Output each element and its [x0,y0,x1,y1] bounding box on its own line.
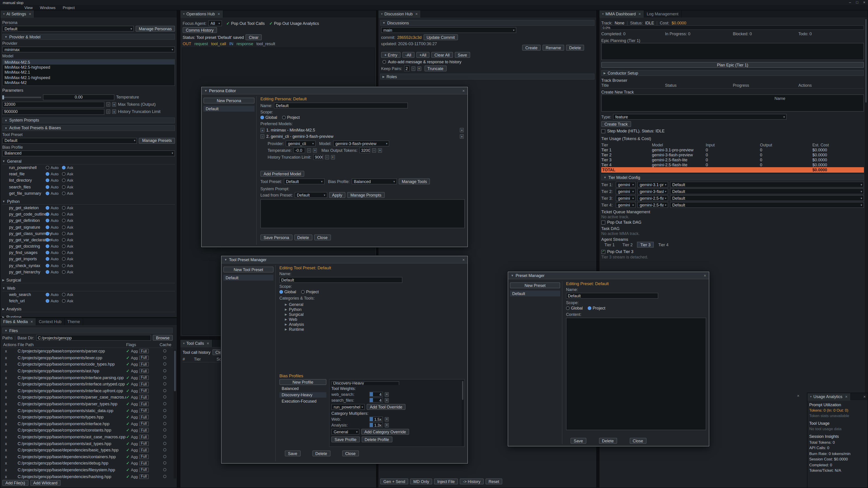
provider-select[interactable]: minimax▾ [2,46,175,53]
log-filter-toggle[interactable]: IN [229,41,233,46]
bias-profile-list-item[interactable]: Balanced [279,386,327,391]
save-button[interactable]: Save [570,438,586,444]
discussion-action-button[interactable]: Delete [566,45,584,51]
panel-close-icon[interactable]: × [863,394,866,399]
auto-radio[interactable] [46,206,49,210]
tier-preset-select[interactable]: Default▾ [670,182,864,188]
ask-radio[interactable] [62,213,66,216]
cache-indicator[interactable] [163,389,166,392]
remove-file-button[interactable]: x [2,455,18,459]
auto-radio[interactable] [46,192,49,195]
menu-item[interactable]: View [24,5,33,10]
remove-file-button[interactable]: x [2,349,18,354]
close-icon[interactable]: × [704,273,706,278]
delete-persona-button[interactable]: Delete [294,234,312,240]
scope-project-radio[interactable] [588,306,591,310]
remove-file-button[interactable]: x [2,448,18,452]
close-dialog-button[interactable]: Close [629,438,646,444]
entry-action-button[interactable]: +All [416,52,430,58]
close-icon[interactable]: × [31,320,33,324]
preset-name-input[interactable]: Default [566,293,658,299]
decrement-button[interactable]: - [325,155,329,159]
bias-profile-list-item[interactable]: Discovery-Heavy [279,392,327,398]
tier-model-select[interactable]: gemini-3.1-pro-preview▾ [638,182,668,188]
ask-radio[interactable] [62,270,66,274]
tab-ai-settings[interactable]: ▾ AI Settings × [0,10,34,18]
manage-presets-button[interactable]: Manage Presets [139,138,175,144]
popout-tool-calls-check[interactable]: ✓ [226,21,230,26]
remove-file-button[interactable]: x [2,375,18,380]
tool-preset-manager-titlebar[interactable]: ▼Tool Preset Manager × [221,256,467,263]
auto-radio[interactable] [46,264,49,267]
persona-editor-titlebar[interactable]: ▼Persona Editor × [202,87,467,94]
group-analysis-header[interactable]: ▶Analysis [2,306,175,313]
auto-radio[interactable] [46,172,49,176]
close-icon[interactable]: × [639,12,641,16]
auto-radio[interactable] [46,225,49,229]
bias-profile-select[interactable]: Balanced▾ [351,178,397,184]
model-select[interactable]: gemini-3-flash-preview▾ [333,140,389,147]
roles-section-header[interactable]: ▶Roles [380,74,594,79]
close-dialog-button[interactable]: Close [342,451,359,456]
file-row[interactable]: x C:/projects/gencpp/base/components/lex… [2,355,173,361]
group-surgical-header[interactable]: ▶Surgical [2,278,175,283]
auto-add-toggle[interactable] [382,60,386,64]
ask-radio[interactable] [62,232,66,235]
tool-preset-list-item[interactable]: Default [223,275,274,281]
truncate-button[interactable]: Truncate [424,66,446,71]
remove-file-button[interactable]: x [2,415,18,419]
plan-epic-button[interactable]: Plan Epic (Tier 1) [601,62,864,68]
agg-check-icon[interactable]: ✓ [126,356,129,360]
auto-radio[interactable] [46,213,49,216]
agg-check-icon[interactable]: ✓ [126,369,129,373]
conductor-setup-section[interactable]: ▶Conductor Setup [601,70,864,76]
epic-planning-textarea[interactable] [601,43,864,60]
remove-file-button[interactable]: x [2,369,18,373]
remove-file-button[interactable]: x [2,435,18,439]
preset-manager-titlebar[interactable]: ▼Preset Manager × [508,272,709,279]
tier-preset-select[interactable]: Default▾ [670,188,864,194]
model-list-item[interactable]: MiniMax-M2 [3,80,175,86]
add-tool-override-button[interactable]: Add Tool Override [367,404,405,410]
full-flag-chip[interactable]: Full [139,461,149,466]
log-filter-toggle[interactable]: tool_call [211,41,226,46]
log-filter-toggle[interactable]: request [194,41,208,46]
model-list-item[interactable]: MiniMax-M2.5-highspeed [3,65,175,70]
close-icon[interactable]: × [29,12,31,16]
discussion-select[interactable]: main▾ [381,27,516,33]
add-preferred-model-button[interactable]: Add Preferred Model [260,171,304,177]
scope-project-radio[interactable] [282,116,286,119]
log-filter-toggle[interactable]: response [237,41,253,46]
agg-check-icon[interactable]: ✓ [126,349,129,354]
add-files-button[interactable]: Add File(s) [2,480,28,486]
full-flag-chip[interactable]: Full [139,382,149,387]
temperature-slider[interactable] [2,97,41,98]
max-output-input[interactable]: 32000 [360,147,370,153]
active-presets-section[interactable]: ▼Active Tool Presets & Biases [2,125,175,131]
cache-indicator[interactable] [163,455,166,458]
auto-radio[interactable] [46,238,49,242]
auto-radio[interactable] [46,270,49,274]
agg-check-icon[interactable]: ✓ [126,408,129,413]
agg-check-icon[interactable]: ✓ [126,382,129,387]
cache-indicator[interactable] [163,442,166,445]
full-flag-chip[interactable]: Full [139,389,149,393]
file-row[interactable]: x C:/projects/gencpp/base/components/int… [2,387,173,394]
agg-check-icon[interactable]: ✓ [126,435,129,439]
system-prompts-section[interactable]: ▼System Prompts [2,118,175,123]
file-row[interactable]: x C:/projects/gencpp/base/components/int… [2,420,173,427]
file-row[interactable]: x C:/projects/gencpp/base/components/ast… [2,368,173,375]
entry-action-button[interactable]: + Entry [381,52,401,58]
file-row[interactable]: x C:/projects/gencpp/base/components/par… [2,401,173,408]
decrement-button[interactable]: - [307,148,311,153]
stream-tab[interactable]: Tier 1 [601,242,618,248]
increment-button[interactable]: + [112,109,116,114]
tool-override-select[interactable]: run_powershell▾ [331,404,365,410]
scope-global-radio[interactable] [260,116,264,119]
close-icon[interactable]: × [462,88,465,93]
full-flag-chip[interactable]: Full [139,441,149,446]
cache-indicator[interactable] [163,422,166,425]
popout-usage-check[interactable]: ✓ [269,21,273,26]
remove-multiplier-button[interactable]: × [385,417,389,421]
category-tree-item[interactable]: ▶Surgical [279,312,465,317]
